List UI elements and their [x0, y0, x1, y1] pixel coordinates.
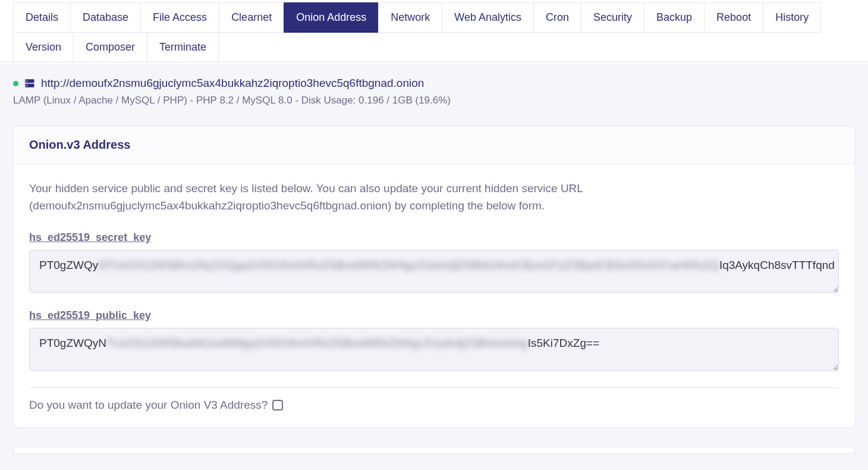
server-meta: LAMP (Linux / Apache / MySQL / PHP) - PH… [13, 95, 855, 106]
tab-clearnet[interactable]: Clearnet [219, 2, 284, 33]
server-url-link[interactable]: http://demoufx2nsmu6gjuclymc5ax4bukkahz2… [41, 77, 424, 90]
resize-handle-icon[interactable] [831, 363, 837, 369]
tab-history[interactable]: History [763, 2, 821, 33]
resize-handle-icon[interactable] [831, 285, 837, 291]
panel-description: Your hidden service public and secret ke… [29, 180, 839, 215]
status-dot-online [13, 81, 18, 86]
tab-file-access[interactable]: File Access [140, 2, 219, 33]
tab-backup[interactable]: Backup [644, 2, 705, 33]
secret-key-label: hs_ed25519_secret_key [29, 231, 839, 244]
tab-onion-address[interactable]: Onion Address [284, 2, 379, 33]
svg-point-2 [27, 80, 28, 82]
tab-database[interactable]: Database [70, 2, 141, 33]
divider [29, 387, 839, 388]
next-panel-top [13, 447, 855, 454]
tab-composer[interactable]: Composer [73, 32, 147, 62]
svg-point-3 [27, 85, 28, 86]
public-key-label: hs_ed25519_public_key [29, 309, 839, 322]
tab-cron[interactable]: Cron [533, 2, 581, 33]
update-prompt-text: Do you want to update your Onion V3 Addr… [29, 399, 268, 412]
panel-title: Onion.v3 Address [29, 138, 839, 152]
server-icon [24, 78, 35, 89]
tab-reboot[interactable]: Reboot [704, 2, 763, 33]
tab-network[interactable]: Network [378, 2, 442, 33]
tab-web-analytics[interactable]: Web Analytics [442, 2, 534, 33]
update-onion-checkbox[interactable] [272, 400, 283, 411]
tab-security[interactable]: Security [581, 2, 644, 33]
tab-version[interactable]: Version [13, 32, 74, 62]
public-key-textarea[interactable]: PT0gZWQyNTUxOS12MSBwdWJsaWMga2V5IG9mIHRo… [29, 328, 839, 371]
panel-header: Onion.v3 Address [14, 126, 854, 164]
tabs-container: DetailsDatabaseFile AccessClearnetOnion … [0, 0, 868, 62]
onion-v3-panel: Onion.v3 Address Your hidden service pub… [13, 126, 855, 428]
tab-details[interactable]: Details [13, 2, 71, 33]
secret-key-textarea[interactable]: PT0gZWQyNTUxOS12MSBhc2NyZXQga2V5IG9mIHRo… [29, 250, 839, 293]
tab-terminate[interactable]: Terminate [147, 32, 219, 62]
server-info-bar: http://demoufx2nsmu6gjuclymc5ax4bukkahz2… [0, 62, 868, 110]
